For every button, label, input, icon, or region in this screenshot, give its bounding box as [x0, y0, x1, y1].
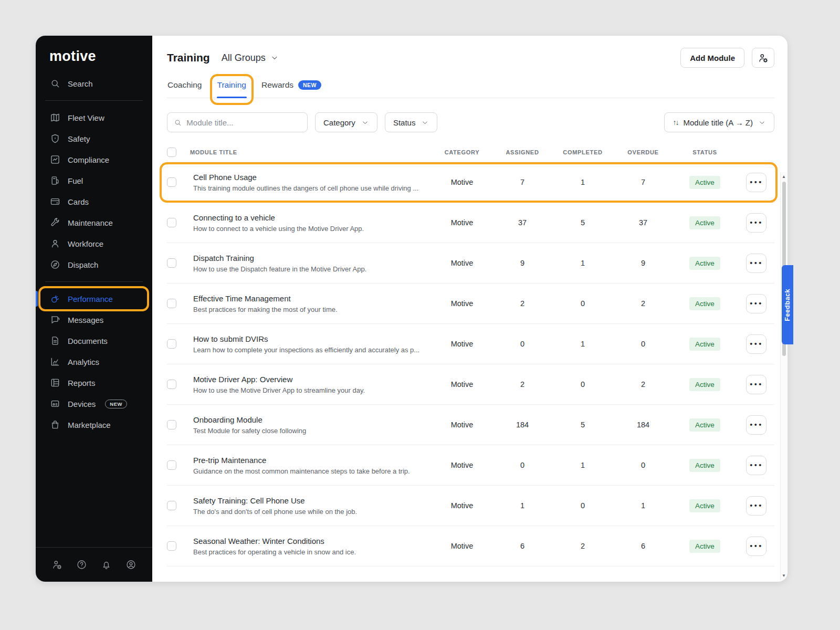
new-badge: NEW	[298, 80, 321, 90]
sidebar-item-workforce[interactable]: Workforce	[36, 233, 152, 254]
sidebar-item-reports[interactable]: Reports	[36, 372, 152, 393]
row-checkbox[interactable]	[167, 339, 176, 349]
module-title: Dispatch Training	[190, 254, 430, 262]
category-filter[interactable]: Category	[315, 112, 377, 132]
sidebar-item-label: Compliance	[68, 155, 109, 164]
module-search-box[interactable]	[167, 112, 308, 132]
scroll-up-arrow[interactable]: ▲	[781, 174, 787, 179]
add-module-button[interactable]: Add Module	[680, 48, 744, 68]
manage-access-button[interactable]	[752, 48, 774, 68]
sidebar-item-performance[interactable]: Performance	[36, 288, 152, 309]
row-checkbox[interactable]	[167, 299, 176, 308]
row-actions-button[interactable]: •••	[746, 254, 766, 273]
tab-rewards[interactable]: Rewards NEW	[261, 80, 322, 98]
table-row: Cell Phone Usage This training module ou…	[167, 162, 774, 202]
module-description: Test Module for safety close following	[190, 427, 430, 435]
row-actions-button[interactable]: •••	[746, 537, 766, 556]
status-badge: Active	[689, 459, 720, 472]
sidebar-item-devices[interactable]: Devices NEW	[36, 393, 152, 414]
fuel-pump-icon	[50, 175, 60, 186]
row-actions-button[interactable]: •••	[746, 294, 766, 313]
module-title: Connecting to a vehicle	[190, 213, 430, 222]
completed-cell: 2	[551, 542, 614, 550]
category-cell: Motive	[430, 340, 494, 348]
row-checkbox[interactable]	[167, 541, 176, 551]
sidebar-item-analytics[interactable]: Analytics	[36, 351, 152, 372]
select-all-checkbox[interactable]	[167, 148, 176, 157]
status-badge: Active	[689, 338, 720, 351]
row-checkbox[interactable]	[167, 218, 176, 227]
bell-icon[interactable]	[101, 559, 112, 570]
module-title: Motive Driver App: Overview	[190, 375, 430, 384]
tab-label: Training	[217, 80, 246, 90]
row-checkbox[interactable]	[167, 460, 176, 470]
user-settings-icon[interactable]	[51, 559, 62, 570]
module-title: How to submit DVIRs	[190, 334, 430, 343]
module-title: Onboarding Module	[190, 415, 430, 424]
row-checkbox[interactable]	[167, 501, 176, 510]
table-row: Effective Time Management Best practices…	[167, 283, 774, 323]
ellipsis-icon: •••	[749, 543, 763, 550]
row-actions-button[interactable]: •••	[746, 213, 766, 233]
assigned-cell: 9	[494, 259, 551, 267]
table-row: Connecting to a vehicle How to connect t…	[167, 202, 774, 243]
category-cell: Motive	[430, 218, 494, 227]
completed-cell: 1	[551, 461, 614, 469]
module-description: The do's and don'ts of cell phone use wh…	[190, 508, 430, 516]
sidebar-item-maintenance[interactable]: Maintenance	[36, 212, 152, 233]
sidebar-item-fleet-view[interactable]: Fleet View	[36, 107, 152, 128]
module-title: Seasonal Weather: Winter Conditions	[190, 537, 430, 545]
sidebar-item-fuel[interactable]: Fuel	[36, 170, 152, 191]
chevron-down-icon	[758, 119, 766, 127]
row-checkbox[interactable]	[167, 380, 176, 389]
row-actions-button[interactable]: •••	[746, 456, 766, 475]
sidebar-item-compliance[interactable]: Compliance	[36, 149, 152, 170]
category-cell: Motive	[430, 421, 494, 429]
row-checkbox[interactable]	[167, 420, 176, 429]
vertical-scrollbar[interactable]: ▲ ▼	[780, 172, 787, 581]
assigned-cell: 1	[494, 501, 551, 510]
sidebar-item-search[interactable]: Search	[36, 73, 152, 94]
tab-training[interactable]: Training	[217, 80, 247, 98]
row-checkbox[interactable]	[167, 258, 176, 268]
main-content: Training All Groups Add Module Coaching …	[152, 36, 788, 582]
status-badge: Active	[689, 297, 720, 310]
scroll-down-arrow[interactable]: ▼	[781, 573, 787, 578]
status-filter[interactable]: Status	[385, 112, 438, 132]
group-selector[interactable]: All Groups	[222, 52, 279, 64]
sidebar-item-label: Fleet View	[68, 113, 104, 122]
table-row: Safety Training: Cell Phone Use The do's…	[167, 485, 774, 526]
assigned-cell: 6	[494, 542, 551, 550]
tab-coaching[interactable]: Coaching	[167, 80, 203, 98]
column-header-category: CATEGORY	[430, 149, 494, 155]
row-actions-button[interactable]: •••	[746, 496, 766, 516]
sort-arrows-icon: ↑↓	[673, 118, 678, 127]
sidebar-item-cards[interactable]: Cards	[36, 191, 152, 212]
sidebar-item-documents[interactable]: Documents	[36, 330, 152, 351]
ellipsis-icon: •••	[749, 462, 763, 469]
sidebar-item-dispatch[interactable]: Dispatch	[36, 254, 152, 275]
completed-cell: 0	[551, 299, 614, 308]
table-header: MODULE TITLE CATEGORY ASSIGNED COMPLETED…	[167, 143, 774, 162]
row-actions-button[interactable]: •••	[746, 415, 766, 435]
overdue-cell: 9	[614, 259, 672, 267]
sidebar-item-safety[interactable]: Safety	[36, 128, 152, 149]
module-search-input[interactable]	[186, 118, 301, 127]
sidebar-item-label: Search	[68, 79, 93, 88]
sidebar-item-label: Maintenance	[68, 218, 113, 227]
row-checkbox[interactable]	[167, 177, 176, 187]
completed-cell: 5	[551, 218, 614, 227]
performance-whistle-icon	[50, 293, 60, 304]
row-actions-button[interactable]: •••	[746, 334, 766, 354]
account-icon[interactable]	[125, 559, 136, 570]
help-icon[interactable]	[76, 559, 87, 570]
feedback-tab[interactable]: Feedback	[782, 265, 793, 344]
sidebar-item-messages[interactable]: Messages	[36, 309, 152, 330]
row-actions-button[interactable]: •••	[746, 173, 766, 192]
row-actions-button[interactable]: •••	[746, 375, 766, 394]
status-badge: Active	[689, 176, 720, 189]
new-badge: NEW	[105, 400, 127, 408]
search-icon	[174, 118, 182, 127]
sort-selector[interactable]: ↑↓ Module title (A → Z)	[664, 112, 774, 132]
sidebar-item-marketplace[interactable]: Marketplace	[36, 414, 152, 435]
